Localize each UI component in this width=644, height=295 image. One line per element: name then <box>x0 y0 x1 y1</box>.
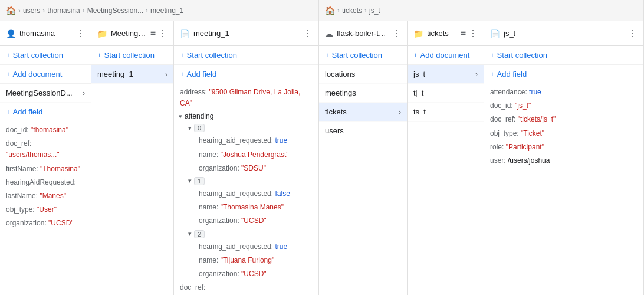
more-menu-icon[interactable]: ⋮ <box>75 28 85 39</box>
plus-icon-3: + <box>6 107 11 116</box>
arrow-jst: › <box>475 70 478 78</box>
col-flask-title: flask-boiler-testing <box>337 29 388 38</box>
user-icon: 👤 <box>6 29 16 38</box>
field-objtype: obj_type: "User" <box>0 203 91 217</box>
start-collection-btn-1[interactable]: + Start collection <box>0 46 91 65</box>
plus-icon-tickets: + <box>413 51 418 60</box>
left-panel: 🏠 › users › thomasina › MeetingSession..… <box>0 0 318 295</box>
more-menu-icon-jst[interactable]: ⋮ <box>628 28 638 39</box>
col-tickets-header: 📁 tickets ≡ ⋮ <box>408 21 484 46</box>
attending-section[interactable]: ▾ attending <box>174 110 318 122</box>
toggle-0: ▾ <box>188 124 192 132</box>
col-thomasina-header: 👤 thomasina ⋮ <box>0 21 91 46</box>
item-0-section[interactable]: ▾ 0 <box>183 122 318 134</box>
add-field-btn-jst[interactable]: + Add field <box>484 65 643 83</box>
add-document-btn-tickets[interactable]: + Add document <box>408 46 484 65</box>
users-item[interactable]: users <box>319 122 407 140</box>
users-label: users <box>325 126 344 135</box>
field-org-1: organization: "UCSD" <box>193 214 318 228</box>
locations-item[interactable]: locations <box>319 65 407 84</box>
col-thomasina-title: thomasina <box>19 29 72 38</box>
col-meetingsession-actions: ≡ ⋮ <box>150 28 167 39</box>
col-meetingsession-header: 📁 MeetingSession... ≡ ⋮ <box>91 21 173 46</box>
arrow-tickets: › <box>399 108 401 116</box>
item-2-section[interactable]: ▾ 2 <box>183 228 318 240</box>
col-meeting1: 📄 meeting_1 ⋮ + Start collection + Add f… <box>174 21 318 295</box>
col-thomasina: 👤 thomasina ⋮ + Start collection + Add d… <box>0 21 91 295</box>
field-har-0: hearing_aid_requested: true <box>193 134 318 148</box>
breadcrumb-users[interactable]: users <box>23 6 40 15</box>
tjt-label: tj_t <box>413 88 423 97</box>
add-document-btn-1[interactable]: + Add document <box>0 65 91 84</box>
item-1-section[interactable]: ▾ 1 <box>183 175 318 187</box>
tst-item[interactable]: ts_t <box>408 103 484 122</box>
arrow-icon: › <box>83 89 85 97</box>
field-docref-m: doc_ref: "users/thomasina/MeetingSession… <box>174 281 318 295</box>
plus-icon-5: + <box>180 51 185 60</box>
field-firstname: firstName: "Thomasina" <box>0 162 91 176</box>
col-jst-header: 📄 js_t ⋮ <box>484 21 643 46</box>
attending-label: attending <box>185 112 213 120</box>
right-columns: ☁ flask-boiler-testing ⋮ + Start collect… <box>319 21 643 295</box>
col-tickets-title: tickets <box>427 29 457 38</box>
folder-icon-tickets: 📁 <box>413 29 423 38</box>
toggle-attending: ▾ <box>179 113 182 120</box>
right-panel: 🏠 › tickets › js_t ☁ flask-boiler-testin… <box>319 0 644 295</box>
col-jst: 📄 js_t ⋮ + Start collection + Add field … <box>484 21 643 295</box>
meeting1-fields: address: "9500 Gilman Drive, La Jolla, C… <box>174 83 318 295</box>
filter-icon-tickets[interactable]: ≡ <box>461 28 466 39</box>
jst-fields: attendance: true doc_id: "js_t" doc_ref:… <box>484 83 643 170</box>
add-field-btn-col1[interactable]: + Add field <box>0 103 91 121</box>
meetings-item[interactable]: meetings <box>319 84 407 103</box>
left-columns: 👤 thomasina ⋮ + Start collection + Add d… <box>0 21 318 295</box>
start-collection-btn-2[interactable]: + Start collection <box>91 46 173 65</box>
col-meeting1-title: meeting_1 <box>193 29 299 38</box>
add-field-btn-col3[interactable]: + Add field <box>174 65 318 83</box>
field-doc-ref: doc_ref: "users/thomas..." <box>0 137 91 162</box>
tjt-item[interactable]: tj_t <box>408 84 484 103</box>
jst-item[interactable]: js_t › <box>408 65 484 84</box>
more-menu-icon-tickets[interactable]: ⋮ <box>468 28 478 39</box>
col-meetingsession: 📁 MeetingSession... ≡ ⋮ + Start collecti… <box>91 21 174 295</box>
col-tickets: 📁 tickets ≡ ⋮ + Add document js_t › tj_t… <box>408 21 484 295</box>
field-name-0: name: "Joshua Pendergrast" <box>193 148 318 162</box>
more-menu-icon-3[interactable]: ⋮ <box>303 28 312 39</box>
field-docref-jst: doc_ref: "tickets/js_t" <box>484 113 643 126</box>
start-collection-btn-flask[interactable]: + Start collection <box>319 46 407 65</box>
more-menu-icon-2[interactable]: ⋮ <box>158 28 167 39</box>
plus-icon-jst-2: + <box>490 70 495 78</box>
tst-label: ts_t <box>413 107 426 116</box>
col-jst-title: js_t <box>504 29 625 38</box>
arrow-icon-2: › <box>165 70 167 78</box>
filter-icon[interactable]: ≡ <box>150 28 156 39</box>
start-collection-btn-3[interactable]: + Start collection <box>174 46 318 65</box>
breadcrumb-jst[interactable]: js_t <box>369 6 380 15</box>
more-menu-icon-flask[interactable]: ⋮ <box>392 28 401 39</box>
home-icon-right[interactable]: 🏠 <box>325 6 335 15</box>
breadcrumb-tickets[interactable]: tickets <box>342 6 362 15</box>
meeting-session-item[interactable]: MeetingSessionD... › <box>0 84 91 103</box>
tickets-item[interactable]: tickets › <box>319 103 407 122</box>
col-thomasina-actions: ⋮ <box>75 28 85 39</box>
col-flask: ☁ flask-boiler-testing ⋮ + Start collect… <box>319 21 408 295</box>
plus-icon-jst: + <box>490 51 495 60</box>
home-icon[interactable]: 🏠 <box>6 6 16 15</box>
start-collection-btn-jst[interactable]: + Start collection <box>484 46 643 65</box>
thomasina-fields: doc_id: "thomasina" doc_ref: "users/thom… <box>0 121 91 233</box>
breadcrumb-thomasina[interactable]: thomasina <box>47 6 80 15</box>
breadcrumb-meeting-session[interactable]: MeetingSession... <box>87 6 143 15</box>
meeting1-item[interactable]: meeting_1 › <box>91 65 173 84</box>
field-har-1: hearing_aid_requested: false <box>193 187 318 201</box>
field-lastname: lastName: "Manes" <box>0 189 91 203</box>
meeting1-label: meeting_1 <box>97 70 133 78</box>
toggle-1: ▾ <box>188 177 192 185</box>
field-name-1: name: "Thomasina Manes" <box>193 201 318 214</box>
field-name-2: name: "Tijuana Furlong" <box>193 254 318 267</box>
left-breadcrumb: 🏠 › users › thomasina › MeetingSession..… <box>0 0 318 21</box>
field-docid-jst: doc_id: "js_t" <box>484 99 643 113</box>
breadcrumb-meeting1[interactable]: meeting_1 <box>150 6 183 15</box>
cloud-icon: ☁ <box>325 29 333 38</box>
right-breadcrumb: 🏠 › tickets › js_t <box>319 0 643 21</box>
jst-label: js_t <box>413 70 425 78</box>
field-user-jst: user: /users/joshua <box>484 154 643 168</box>
